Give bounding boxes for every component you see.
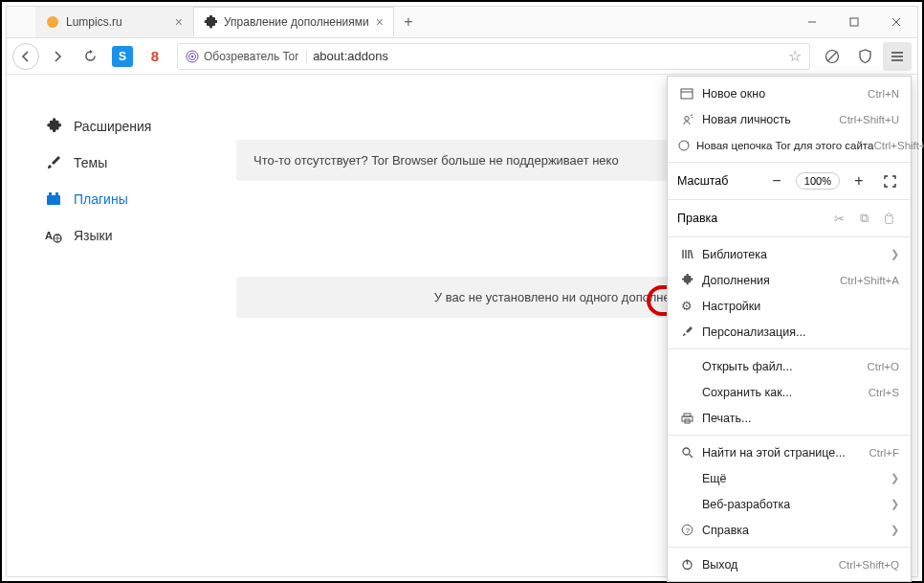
copy-icon[interactable]: ⧉ [851, 211, 876, 226]
puzzle-icon [677, 274, 696, 286]
site-identity[interactable]: Обозреватель Tor [186, 50, 307, 63]
back-button[interactable] [12, 43, 39, 70]
menu-separator [668, 435, 911, 436]
plugin-icon [45, 191, 62, 208]
menu-help[interactable]: ? Справка ❯ [668, 517, 911, 543]
menu-open-file[interactable]: Открыть файл... Ctrl+O [668, 353, 911, 379]
sidebar-item-label: Плагины [74, 191, 128, 207]
menu-customize[interactable]: Персонализация... [668, 319, 911, 345]
app-s-icon[interactable]: S [108, 42, 137, 71]
zoom-in-button[interactable]: + [847, 170, 870, 191]
window-controls [791, 7, 917, 37]
fullscreen-button[interactable] [878, 170, 901, 191]
sidebar-item-plugins[interactable]: Плагины [40, 181, 217, 217]
navigation-toolbar: S 8 Обозреватель Tor about:addons ☆ [7, 38, 917, 75]
sidebar-item-label: Языки [74, 228, 113, 243]
zoom-value[interactable]: 100% [796, 172, 840, 190]
menu-more[interactable]: Ещё ❯ [668, 465, 911, 491]
gear-icon: ⚙ [677, 299, 696, 313]
svg-line-29 [689, 455, 693, 459]
app-8-icon[interactable]: 8 [141, 42, 169, 71]
menu-webdev[interactable]: Веб-разработка ❯ [668, 491, 911, 517]
sidebar-item-languages[interactable]: A Языки [40, 217, 217, 254]
menu-find[interactable]: Найти на этой странице... Ctrl+F [668, 439, 911, 465]
cut-icon[interactable]: ✂ [826, 212, 851, 226]
new-circuit-icon [677, 139, 691, 152]
hamburger-menu-button[interactable] [883, 42, 912, 71]
tab-lumpics[interactable]: Lumpics.ru × [35, 7, 193, 37]
chevron-right-icon: ❯ [891, 472, 899, 484]
brush-icon [677, 325, 696, 338]
close-window-button[interactable] [875, 7, 917, 37]
tab-close-icon[interactable]: × [376, 14, 384, 30]
svg-text:?: ? [685, 527, 690, 535]
titlebar: Lumpics.ru × Управление дополнениями × + [7, 7, 917, 38]
menu-new-window[interactable]: Новое окно Ctrl+N [668, 80, 911, 106]
svg-rect-2 [850, 18, 858, 26]
search-icon [677, 446, 696, 459]
url-bar[interactable]: Обозреватель Tor about:addons ☆ [177, 43, 810, 70]
sidebar-item-themes[interactable]: Темы [40, 145, 217, 181]
new-identity-icon [677, 113, 696, 126]
bookmark-star-icon[interactable]: ☆ [788, 47, 802, 65]
zoom-out-button[interactable]: − [765, 170, 788, 191]
svg-rect-15 [55, 192, 58, 196]
language-icon: A [45, 227, 62, 244]
reload-button[interactable] [76, 42, 104, 71]
tab-strip: Lumpics.ru × Управление дополнениями × + [7, 7, 791, 37]
svg-point-28 [683, 448, 690, 455]
identity-label: Обозреватель Tor [204, 50, 298, 63]
menu-settings[interactable]: ⚙ Настройки [668, 293, 911, 319]
maximize-button[interactable] [833, 7, 875, 37]
sidebar-item-label: Темы [74, 155, 107, 170]
new-window-icon [677, 88, 696, 100]
brush-icon [45, 154, 62, 171]
menu-addons[interactable]: Дополнения Ctrl+Shift+A [668, 267, 911, 293]
svg-point-0 [47, 16, 58, 28]
print-icon [677, 413, 696, 424]
menu-save-as[interactable]: Сохранить как... Ctrl+S [668, 379, 911, 405]
globe-icon [46, 15, 59, 29]
chevron-right-icon: ❯ [891, 498, 899, 510]
menu-library[interactable]: Библиотека ❯ [668, 241, 911, 267]
chevron-right-icon: ❯ [891, 248, 899, 260]
menu-separator [668, 162, 911, 163]
app-menu: Новое окно Ctrl+N Новая личность Ctrl+Sh… [667, 76, 912, 582]
help-icon: ? [677, 524, 696, 536]
svg-rect-14 [49, 192, 52, 196]
tab-addons[interactable]: Управление дополнениями × [193, 7, 394, 37]
menu-print[interactable]: Печать... [668, 405, 911, 431]
menu-separator [668, 348, 911, 349]
paste-icon[interactable]: 📋︎ [876, 212, 901, 226]
chevron-right-icon: ❯ [891, 524, 899, 536]
url-text: about:addons [313, 49, 782, 63]
power-icon [677, 558, 696, 571]
menu-exit[interactable]: Выход Ctrl+Shift+Q [668, 551, 911, 577]
minimize-button[interactable] [791, 7, 833, 37]
shield-icon[interactable] [850, 42, 879, 71]
svg-line-24 [691, 250, 693, 258]
menu-new-circuit[interactable]: Новая цепочка Tor для этого сайта Ctrl+S… [668, 132, 911, 158]
tab-label: Управление дополнениями [224, 15, 369, 29]
svg-line-9 [827, 52, 837, 61]
svg-text:A: A [45, 230, 53, 241]
menu-separator [668, 547, 911, 548]
forward-button[interactable] [43, 42, 72, 71]
tab-label: Lumpics.ru [66, 15, 168, 29]
addons-sidebar: Расширения Темы Плагины A Языки [7, 75, 236, 576]
noscript-icon[interactable] [818, 42, 847, 71]
new-tab-button[interactable]: + [394, 7, 423, 37]
sidebar-item-label: Расширения [74, 119, 151, 134]
menu-new-identity[interactable]: Новая личность Ctrl+Shift+U [668, 106, 911, 132]
menu-separator [668, 199, 911, 200]
menu-separator [668, 236, 911, 237]
svg-point-7 [191, 55, 193, 56]
library-icon [677, 248, 696, 260]
sidebar-item-extensions[interactable]: Расширения [40, 108, 217, 145]
svg-point-20 [679, 141, 689, 150]
tor-identity-icon [186, 50, 199, 63]
puzzle-icon [204, 15, 217, 29]
svg-rect-18 [681, 89, 693, 99]
tab-close-icon[interactable]: × [175, 14, 183, 30]
svg-rect-13 [47, 195, 60, 205]
